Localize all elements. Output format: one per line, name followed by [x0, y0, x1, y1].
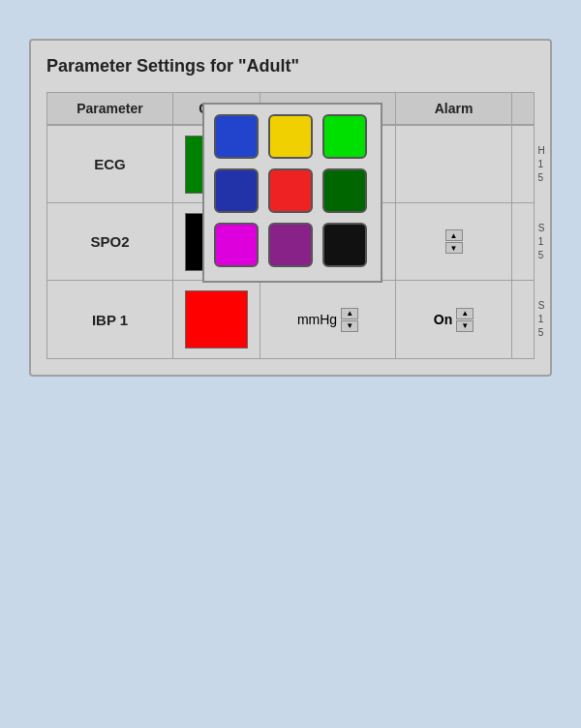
parameters-table: Parameter Color Unit Alarm ECG H15 SPO2 — [46, 92, 535, 359]
ibp1-side-cell: S15 — [512, 281, 570, 358]
color-btn-blue[interactable] — [214, 114, 259, 159]
spo2-alarm-spinner[interactable]: ▲ ▼ — [445, 229, 463, 254]
ibp1-unit-label: mmHg — [297, 312, 337, 327]
color-picker-popup[interactable] — [202, 103, 382, 283]
spo2-side-cell: S15 — [512, 203, 570, 280]
color-btn-magenta[interactable] — [214, 223, 259, 267]
ibp1-unit-down[interactable]: ▼ — [341, 320, 358, 332]
spo2-param-cell: SPO2 — [47, 203, 173, 280]
ibp1-side-info: S15 — [535, 295, 549, 344]
settings-panel: Parameter Settings for "Adult" Parameter… — [29, 39, 552, 377]
ecg-side-info: H15 — [534, 140, 548, 189]
ibp1-unit-spinner[interactable]: ▲ ▼ — [341, 308, 358, 332]
color-btn-black[interactable] — [322, 223, 367, 267]
ibp1-label: IBP 1 — [92, 312, 128, 328]
color-btn-yellow[interactable] — [268, 114, 313, 159]
ibp1-alarm-spinner[interactable]: ▲ ▼ — [456, 308, 474, 332]
color-btn-red[interactable] — [268, 168, 313, 213]
ibp1-unit-cell: mmHg ▲ ▼ — [260, 281, 396, 358]
spo2-label: SPO2 — [90, 233, 129, 250]
ibp1-color-cell[interactable] — [173, 281, 260, 358]
spo2-side-info: S15 — [535, 218, 549, 266]
table-row: IBP 1 mmHg ▲ ▼ On ▲ ▼ S15 — [47, 281, 534, 358]
panel-title: Parameter Settings for "Adult" — [46, 56, 535, 76]
ibp1-alarm-cell: On ▲ ▼ — [396, 281, 512, 358]
color-btn-dark-blue[interactable] — [214, 168, 259, 213]
ibp1-alarm-value: On — [434, 312, 452, 327]
ibp1-alarm-down[interactable]: ▼ — [456, 320, 474, 332]
spo2-alarm-up[interactable]: ▲ — [445, 229, 463, 241]
header-extra — [512, 93, 570, 124]
color-btn-bright-green[interactable] — [322, 114, 367, 159]
header-parameter: Parameter — [47, 93, 173, 124]
spo2-alarm-down[interactable]: ▼ — [445, 242, 463, 254]
ecg-alarm-cell — [396, 126, 512, 202]
ibp1-color-swatch[interactable] — [185, 290, 248, 349]
header-alarm: Alarm — [396, 93, 512, 124]
color-btn-purple[interactable] — [268, 223, 313, 267]
ecg-side-cell: H15 — [512, 126, 570, 202]
spo2-alarm-cell: ▲ ▼ — [396, 203, 512, 280]
ecg-param-cell: ECG — [47, 126, 173, 202]
ibp1-alarm-up[interactable]: ▲ — [456, 308, 474, 319]
color-btn-dark-green[interactable] — [322, 168, 367, 213]
ibp1-param-cell: IBP 1 — [47, 281, 173, 358]
ibp1-unit-up[interactable]: ▲ — [341, 308, 358, 319]
ecg-label: ECG — [94, 156, 126, 172]
